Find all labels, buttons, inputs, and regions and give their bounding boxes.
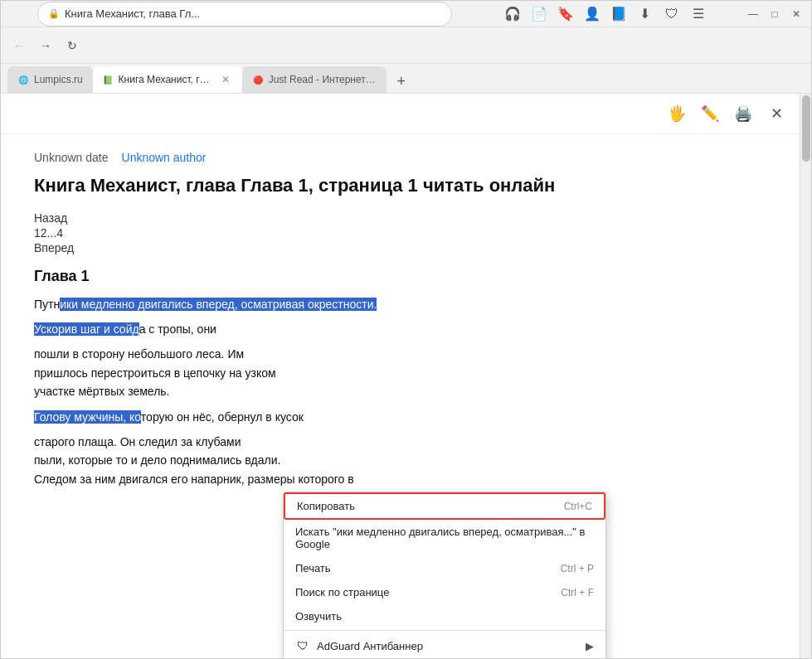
tab-lumpics[interactable]: 🌐 Lumpics.ru (7, 66, 93, 93)
collections-icon[interactable]: 📘 (607, 2, 630, 26)
title-bar: 🔒 Книга Механист, глава Гл... 🎧 📄 🔖 👤 📘 … (1, 1, 811, 27)
text-highlight-2: Ускорив шаг и сойд (34, 322, 139, 336)
text-normal-5: торую он нёс, обернул в кусок (141, 410, 304, 424)
adguard-label: AdGuard Антибаннер (317, 640, 423, 652)
text-normal-after4: участке мёртвых зе (34, 385, 139, 398)
find-label: Поиск по странице (295, 586, 389, 598)
refresh-button[interactable]: ↻ (61, 34, 84, 57)
text-normal-7: дело поднимались вдали. (140, 453, 280, 467)
content-area: 🖐 ✏️ 🖨️ ✕ Unknown date Unknown author Кн… (1, 94, 811, 658)
profile-icon[interactable]: 👤 (581, 2, 604, 26)
maximize-button[interactable]: □ (766, 6, 783, 22)
shield-icon[interactable]: 🛡 (660, 2, 683, 26)
tab-title-mechanist: Книга Механист, глава (119, 74, 213, 85)
tab-justread[interactable]: 🔴 Just Read - Интернет-маг... (242, 66, 387, 93)
meta-date: Unknown date (34, 151, 109, 164)
text-normal-after3: пришлось перестро (34, 366, 141, 380)
tab-title-justread: Just Read - Интернет-маг... (269, 74, 377, 85)
context-menu-separator-1 (284, 630, 605, 631)
tab-close-mechanist[interactable]: ✕ (220, 73, 232, 86)
chapter-title: Глава 1 (34, 268, 766, 285)
text-highlight-3: Голову мужчины, ко (34, 410, 141, 424)
copy-shortcut: Ctrl+C (564, 501, 592, 512)
article-nav: Назад 12...4 Вперед (34, 211, 766, 254)
back-button[interactable]: ← (7, 34, 31, 57)
context-menu-find[interactable]: Поиск по странице Ctrl + F (284, 580, 605, 604)
nav-pages: 12...4 (34, 226, 766, 240)
minimize-button[interactable]: — (745, 6, 761, 22)
meta-author[interactable]: Unknown author (122, 151, 207, 164)
adguard-arrow: ▶ (586, 640, 594, 652)
tabs-bar: 🌐 Lumpics.ru 📗 Книга Механист, глава ✕ 🔴… (1, 64, 811, 94)
nav-forward[interactable]: Вперед (34, 241, 766, 254)
reader-icon[interactable]: 📄 (528, 2, 551, 26)
text-last-line: Следом за ним двигался его напарник, раз… (34, 470, 766, 488)
context-menu-search[interactable]: Искать "ики медленно двигались вперед, о… (284, 520, 605, 556)
lock-icon: 🔒 (48, 8, 60, 19)
tab-favicon-justread: 🔴 (252, 74, 264, 85)
text-normal-after5: старого плаща. Он сл (34, 435, 151, 448)
text-normal-2: большого леса. Им (140, 347, 244, 361)
context-menu-read[interactable]: Озвучить (284, 604, 605, 628)
new-tab-button[interactable]: + (390, 70, 413, 93)
title-bar-right-icons: 🎧 📄 🔖 👤 📘 ⬇ 🛡 ☰ (501, 2, 710, 26)
tab-favicon-mechanist: 📗 (103, 74, 114, 85)
text-normal-1: а с тропы, они (139, 322, 216, 336)
context-menu-copy[interactable]: Копировать Ctrl+C (284, 492, 605, 520)
text-highlight-1: ики медленно двигались вперед, осматрива… (60, 298, 377, 311)
close-button[interactable]: ✕ (788, 6, 805, 22)
bookmark-icon[interactable]: 🔖 (554, 2, 577, 26)
hand-tool-icon[interactable]: 🖐 (664, 100, 690, 127)
tab-favicon-lumpics: 🌐 (17, 74, 29, 85)
text-normal-6: едил за клубами (151, 435, 241, 448)
find-shortcut: Ctrl + F (561, 587, 594, 598)
article-title: Книга Механист, глава Глава 1, страница … (34, 174, 766, 198)
tab-title-lumpics: Lumpics.ru (34, 74, 83, 85)
nav-bar: ← → ↻ (1, 27, 811, 64)
download-icon[interactable]: ⬇ (634, 2, 657, 26)
scrollbar-track[interactable] (800, 94, 811, 658)
article-text: Путники медленно двигались вперед, осмат… (34, 295, 766, 489)
audio-icon[interactable]: 🎧 (501, 2, 524, 26)
text-normal-4: мель. (139, 385, 169, 398)
edit-icon[interactable]: ✏️ (697, 100, 723, 127)
browser-window: 🔒 Книга Механист, глава Гл... 🎧 📄 🔖 👤 📘 … (0, 0, 812, 659)
tab-mechanist[interactable]: 📗 Книга Механист, глава ✕ (93, 66, 242, 93)
text-before-highlight: Путн (34, 298, 60, 311)
adguard-icon: 🛡 (295, 638, 310, 653)
print-shortcut: Ctrl + P (561, 563, 594, 574)
text-normal-3: иться в цепочку на узком (141, 366, 276, 380)
forward-button[interactable]: → (34, 34, 57, 57)
context-menu-print[interactable]: Печать Ctrl + P (284, 556, 605, 580)
read-label: Озвучить (295, 610, 342, 623)
window-controls: — □ ✕ (745, 6, 805, 22)
address-text: Книга Механист, глава Гл... (65, 7, 441, 20)
page-action-bar: 🖐 ✏️ 🖨️ ✕ (1, 94, 800, 134)
address-bar[interactable]: 🔒 Книга Механист, глава Гл... (37, 2, 452, 27)
copy-label: Копировать (297, 500, 355, 512)
page-content: 🖐 ✏️ 🖨️ ✕ Unknown date Unknown author Кн… (1, 94, 800, 658)
print-icon[interactable]: 🖨️ (730, 100, 756, 127)
article-meta: Unknown date Unknown author (34, 151, 766, 164)
close-reader-icon[interactable]: ✕ (763, 100, 790, 127)
nav-back[interactable]: Назад (34, 211, 766, 225)
article: Unknown date Unknown author Книга Механи… (1, 134, 800, 505)
text-normal-after6: пыли, которые то и (34, 453, 140, 467)
menu-icon[interactable]: ☰ (687, 2, 710, 26)
search-label: Искать "ики медленно двигались вперед, о… (295, 526, 594, 550)
scrollbar-thumb[interactable] (802, 95, 810, 162)
context-menu: Копировать Ctrl+C Искать "ики медленно д… (283, 492, 606, 658)
context-menu-adguard[interactable]: 🛡 AdGuard Антибаннер ▶ (284, 632, 605, 658)
text-normal-after2: пошли в сторону не (34, 347, 140, 361)
print-label: Печать (295, 562, 331, 574)
